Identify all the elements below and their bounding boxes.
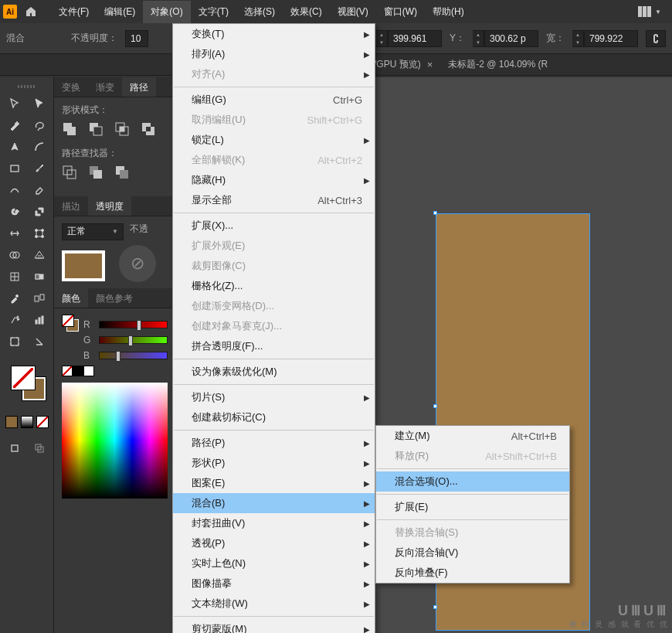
doc-tab-2[interactable]: 未标题-2 @ 104.09% (R [448, 58, 548, 71]
paintbrush-tool[interactable] [27, 158, 52, 179]
color-spectrum[interactable] [62, 383, 168, 499]
menu-window[interactable]: 窗口(W) [376, 1, 425, 23]
mi-image-trace[interactable]: 图像描摹▶ [173, 573, 375, 594]
r-slider[interactable] [99, 321, 168, 328]
panel-fill-swatch[interactable] [62, 315, 74, 327]
free-transform-tool[interactable] [27, 223, 52, 244]
blend-tool[interactable] [27, 288, 52, 309]
handle[interactable] [433, 404, 437, 408]
mi-slice[interactable]: 切片(S)▶ [173, 387, 375, 407]
close-tab-icon[interactable]: × [427, 59, 433, 70]
exclude-icon[interactable] [141, 121, 156, 139]
tab-color-guide[interactable]: 颜色参考 [88, 288, 141, 308]
b-slider[interactable] [99, 352, 168, 359]
shape-builder-tool[interactable] [2, 244, 27, 266]
x-field[interactable]: ▲▼ 399.961 [376, 30, 442, 47]
draw-normal-icon[interactable] [2, 437, 27, 459]
mi-pixel-perfect[interactable]: 设为像素级优化(M) [173, 362, 375, 382]
unite-icon[interactable] [62, 121, 77, 139]
menu-file[interactable]: 文件(F) [51, 1, 97, 23]
divide-icon[interactable] [62, 165, 77, 182]
toolbox-grabber[interactable] [18, 85, 36, 88]
trim-icon[interactable] [88, 165, 104, 182]
menu-object[interactable]: 对象(O) [143, 1, 190, 23]
rectangle-tool[interactable] [2, 158, 27, 179]
step-down-icon[interactable]: ▼ [473, 39, 484, 46]
menu-select[interactable]: 选择(S) [236, 1, 283, 23]
mi-blend-expand[interactable]: 扩展(E) [376, 497, 569, 517]
menu-view[interactable]: 视图(V) [330, 1, 376, 23]
step-down-icon[interactable]: ▼ [376, 39, 387, 46]
eyedropper-tool[interactable] [2, 288, 27, 309]
blend-mode-select[interactable]: 正常▼ [62, 223, 124, 240]
slice-tool[interactable] [27, 331, 52, 352]
step-up-icon[interactable]: ▲ [473, 31, 484, 39]
y-field[interactable]: ▲▼ 300.62 p [473, 30, 538, 47]
menu-type[interactable]: 文字(T) [191, 1, 236, 23]
width-tool[interactable] [2, 223, 27, 244]
mi-blend-options[interactable]: 混合选项(O)... [376, 471, 569, 492]
tab-color[interactable]: 颜色 [54, 288, 88, 308]
none-swatch[interactable] [62, 366, 73, 376]
draw-behind-icon[interactable] [27, 437, 52, 459]
mi-live-paint[interactable]: 实时上色(N)▶ [173, 553, 375, 573]
gradient-tool[interactable] [27, 266, 52, 288]
fill-stroke-swatch[interactable] [12, 366, 42, 397]
none-chip[interactable] [36, 416, 49, 428]
mi-align[interactable]: 对齐(A)▶ [173, 64, 375, 84]
curvature-tool[interactable] [27, 136, 52, 158]
mi-pattern[interactable]: 图案(E)▶ [173, 473, 375, 493]
y-input[interactable]: 300.62 p [484, 30, 538, 47]
pen-tool[interactable] [2, 136, 27, 158]
shaper-tool[interactable] [2, 179, 27, 201]
mi-path[interactable]: 路径(P)▶ [173, 433, 375, 453]
mi-blend[interactable]: 混合(B)▶ [173, 493, 375, 513]
mi-reverse-stack[interactable]: 反向堆叠(F) [376, 563, 569, 583]
mi-group[interactable]: 编组(G)Ctrl+G [173, 90, 375, 110]
transparency-thumb[interactable] [62, 250, 105, 281]
color-chip[interactable] [5, 416, 18, 428]
g-slider[interactable] [99, 336, 168, 344]
column-graph-tool[interactable] [27, 309, 52, 331]
rotate-tool[interactable] [2, 201, 27, 223]
mi-trim-marks[interactable]: 创建裁切标记(C) [173, 407, 375, 427]
menu-help[interactable]: 帮助(H) [425, 1, 472, 23]
mi-shape[interactable]: 形状(P)▶ [173, 453, 375, 473]
mi-expand[interactable]: 扩展(X)... [173, 216, 375, 236]
fill-swatch[interactable] [12, 366, 35, 390]
direct-selection-tool[interactable] [27, 93, 52, 114]
scale-tool[interactable] [27, 201, 52, 223]
intersect-icon[interactable] [114, 121, 130, 139]
tab-transparency[interactable]: 透明度 [88, 196, 131, 216]
w-field[interactable]: ▲▼ 799.922 [572, 30, 638, 47]
mesh-tool[interactable] [2, 266, 27, 288]
mi-transform[interactable]: 变换(T)▶ [173, 24, 375, 44]
mi-rasterize[interactable]: 栅格化(Z)... [173, 276, 375, 296]
mi-hide[interactable]: 隐藏(H)▶ [173, 170, 375, 190]
merge-icon[interactable] [114, 165, 130, 182]
perspective-grid-tool[interactable] [27, 244, 52, 266]
magic-wand-tool[interactable] [2, 114, 27, 136]
mi-clipping-mask[interactable]: 剪切蒙版(M)▶ [173, 619, 375, 633]
w-input[interactable]: 799.922 [584, 30, 638, 47]
gradient-chip[interactable] [21, 416, 33, 428]
eraser-tool[interactable] [27, 179, 52, 201]
link-whw-icon[interactable] [646, 30, 666, 47]
home-icon[interactable] [25, 5, 37, 18]
mi-envelope[interactable]: 封套扭曲(V)▶ [173, 513, 375, 533]
opacity-field[interactable]: 10 [125, 30, 148, 47]
mi-lock[interactable]: 锁定(L)▶ [173, 130, 375, 150]
tab-stroke[interactable]: 描边 [54, 196, 88, 216]
lasso-tool[interactable] [27, 114, 52, 136]
tab-pathfinder[interactable]: 路径 [122, 77, 156, 97]
mi-flatten-transparency[interactable]: 拼合透明度(F)... [173, 336, 375, 356]
menu-edit[interactable]: 编辑(E) [97, 1, 143, 23]
workspace-switcher[interactable]: ▼ [638, 6, 669, 17]
x-input[interactable]: 399.961 [388, 30, 442, 47]
white-swatch[interactable] [83, 366, 94, 376]
mi-show-all[interactable]: 显示全部Alt+Ctrl+3 [173, 190, 375, 210]
handle[interactable] [433, 605, 437, 609]
step-up-icon[interactable]: ▲ [376, 31, 387, 39]
opacity-input[interactable]: 10 [125, 30, 148, 47]
selection-tool[interactable] [2, 93, 27, 114]
